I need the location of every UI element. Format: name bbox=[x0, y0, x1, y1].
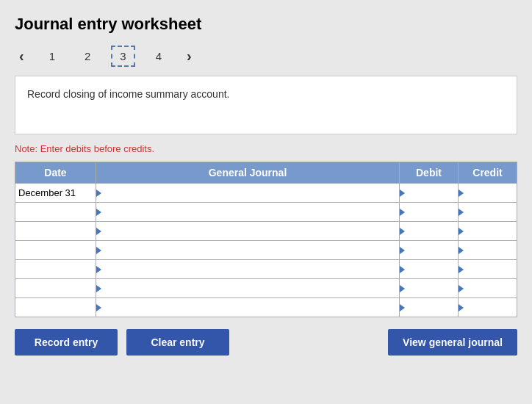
row-marker-icon bbox=[96, 247, 101, 254]
tab-4[interactable]: 4 bbox=[147, 46, 170, 67]
prev-arrow[interactable]: ‹ bbox=[15, 46, 29, 66]
table-row bbox=[15, 260, 517, 279]
row-marker-icon bbox=[96, 209, 101, 216]
debit-input[interactable] bbox=[406, 260, 458, 278]
debit-marker-icon bbox=[400, 304, 405, 311]
debit-cell[interactable] bbox=[400, 279, 459, 298]
credit-marker-icon bbox=[459, 285, 464, 292]
date-input[interactable] bbox=[15, 279, 96, 297]
tab-2[interactable]: 2 bbox=[76, 46, 99, 67]
credit-marker-icon bbox=[459, 304, 464, 311]
credit-cell[interactable] bbox=[459, 241, 517, 260]
table-row bbox=[15, 298, 517, 317]
row-marker-icon bbox=[96, 266, 101, 273]
debit-cell[interactable] bbox=[400, 222, 459, 241]
date-cell[interactable] bbox=[15, 203, 96, 222]
tab-1[interactable]: 1 bbox=[40, 46, 64, 67]
row-marker-icon bbox=[96, 228, 101, 235]
date-cell[interactable] bbox=[15, 298, 96, 317]
credit-cell[interactable] bbox=[459, 222, 517, 241]
debit-marker-icon bbox=[400, 190, 405, 197]
journal-cell[interactable] bbox=[96, 184, 400, 203]
credit-input[interactable] bbox=[465, 298, 517, 317]
journal-input[interactable] bbox=[103, 203, 399, 221]
journal-cell[interactable] bbox=[96, 241, 400, 260]
tab-3[interactable]: 3 bbox=[111, 46, 134, 67]
journal-input[interactable] bbox=[103, 298, 399, 317]
journal-cell[interactable] bbox=[96, 260, 400, 279]
date-cell[interactable] bbox=[15, 241, 96, 260]
date-input[interactable] bbox=[15, 241, 96, 259]
debit-marker-icon bbox=[400, 247, 405, 254]
date-cell[interactable] bbox=[15, 260, 96, 279]
date-cell[interactable] bbox=[15, 279, 96, 298]
credit-input[interactable] bbox=[465, 184, 517, 202]
date-cell[interactable] bbox=[15, 184, 96, 203]
date-cell[interactable] bbox=[15, 222, 96, 241]
row-marker-icon bbox=[96, 304, 101, 311]
table-row bbox=[15, 241, 517, 260]
tab-navigation: ‹ 1 2 3 4 › bbox=[15, 46, 517, 67]
credit-cell[interactable] bbox=[459, 184, 517, 203]
credit-input[interactable] bbox=[465, 203, 517, 221]
debit-input[interactable] bbox=[406, 241, 458, 259]
journal-table: Date General Journal Debit Credit bbox=[15, 162, 517, 317]
clear-entry-button[interactable]: Clear entry bbox=[126, 329, 229, 356]
debit-input[interactable] bbox=[406, 298, 458, 317]
credit-marker-icon bbox=[459, 266, 464, 273]
debit-marker-icon bbox=[400, 266, 405, 273]
date-input[interactable] bbox=[15, 298, 96, 317]
date-input[interactable] bbox=[15, 260, 96, 278]
view-journal-button[interactable]: View general journal bbox=[388, 329, 517, 356]
journal-cell[interactable] bbox=[96, 298, 400, 317]
debit-input[interactable] bbox=[406, 203, 458, 221]
journal-cell[interactable] bbox=[96, 279, 400, 298]
credit-input[interactable] bbox=[465, 241, 517, 259]
journal-cell[interactable] bbox=[96, 203, 400, 222]
credit-cell[interactable] bbox=[459, 298, 517, 317]
journal-input[interactable] bbox=[103, 279, 399, 297]
journal-input[interactable] bbox=[103, 260, 399, 278]
journal-cell[interactable] bbox=[96, 222, 400, 241]
date-input[interactable] bbox=[15, 203, 96, 221]
debit-input[interactable] bbox=[406, 222, 458, 240]
credit-marker-icon bbox=[459, 247, 464, 254]
date-input[interactable] bbox=[15, 184, 96, 202]
debit-marker-icon bbox=[400, 228, 405, 235]
debit-cell[interactable] bbox=[400, 184, 459, 203]
journal-input[interactable] bbox=[103, 241, 399, 259]
credit-input[interactable] bbox=[465, 260, 517, 278]
credit-input[interactable] bbox=[465, 279, 517, 297]
row-marker-icon bbox=[96, 285, 101, 292]
debit-cell[interactable] bbox=[400, 260, 459, 279]
col-header-debit: Debit bbox=[400, 162, 459, 184]
journal-input[interactable] bbox=[103, 222, 399, 240]
credit-cell[interactable] bbox=[459, 279, 517, 298]
debit-marker-icon bbox=[400, 209, 405, 216]
instruction-box: Record closing of income summary account… bbox=[15, 76, 517, 134]
next-arrow[interactable]: › bbox=[182, 46, 196, 66]
credit-marker-icon bbox=[459, 228, 464, 235]
col-header-credit: Credit bbox=[459, 162, 517, 184]
debit-cell[interactable] bbox=[400, 298, 459, 317]
credit-input[interactable] bbox=[465, 222, 517, 240]
debit-input[interactable] bbox=[406, 279, 458, 297]
date-input[interactable] bbox=[15, 222, 96, 240]
journal-input[interactable] bbox=[103, 184, 399, 202]
record-entry-button[interactable]: Record entry bbox=[15, 329, 118, 356]
credit-cell[interactable] bbox=[459, 260, 517, 279]
credit-cell[interactable] bbox=[459, 203, 517, 222]
main-container: Journal entry worksheet ‹ 1 2 3 4 › Reco… bbox=[15, 15, 517, 356]
button-row: Record entry Clear entry View general jo… bbox=[15, 329, 517, 356]
row-marker-icon bbox=[96, 190, 101, 197]
debit-cell[interactable] bbox=[400, 203, 459, 222]
table-row bbox=[15, 279, 517, 298]
debit-cell[interactable] bbox=[400, 241, 459, 260]
table-row bbox=[15, 222, 517, 241]
note-text: Note: Enter debits before credits. bbox=[15, 143, 517, 154]
debit-input[interactable] bbox=[406, 184, 458, 202]
page-title: Journal entry worksheet bbox=[15, 15, 517, 34]
col-header-journal: General Journal bbox=[96, 162, 400, 184]
table-row bbox=[15, 203, 517, 222]
table-row bbox=[15, 184, 517, 203]
